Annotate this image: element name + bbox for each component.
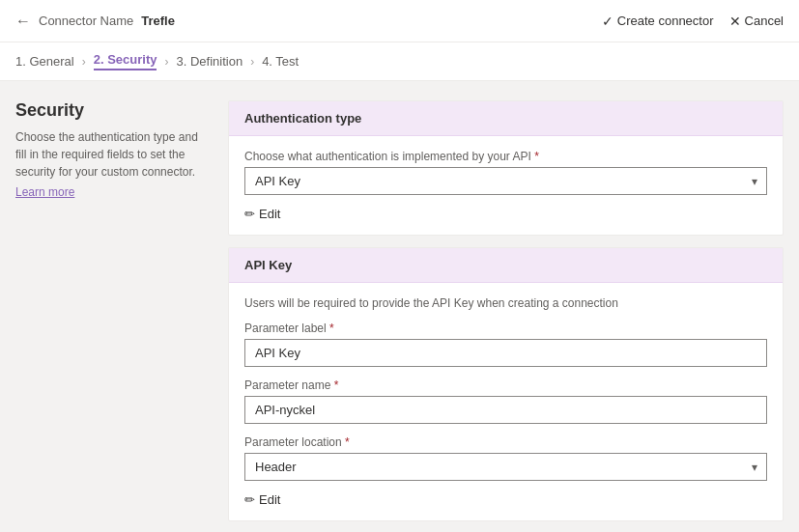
param-name-required: * [334,378,339,392]
back-icon[interactable]: ← [15,13,31,30]
check-icon: ✓ [602,14,614,29]
auth-type-card-header: Authentication type [229,101,783,136]
api-key-edit-link[interactable]: ✏ Edit [244,492,767,507]
breadcrumb-label-general: 1. General [15,54,74,69]
breadcrumb-sep-3: › [250,55,254,69]
breadcrumb-step-definition[interactable]: 3. Definition [176,54,243,69]
auth-type-required: * [534,150,539,163]
connector-label: Connector Name [39,14,133,28]
sidebar: Security Choose the authentication type … [15,100,209,532]
breadcrumb-sep-1: › [82,55,86,69]
param-location-group: Parameter location * Header Query ▾ [244,435,767,481]
auth-type-card: Authentication type Choose what authenti… [228,100,784,236]
cancel-label: Cancel [745,14,784,28]
api-key-edit-icon: ✏ [244,492,255,507]
param-label-input[interactable] [244,339,767,367]
param-label-required: * [329,322,334,335]
create-connector-button[interactable]: ✓ Create connector [602,14,714,29]
param-name-input[interactable] [244,396,767,424]
breadcrumb-step-test[interactable]: 4. Test [262,54,299,69]
top-actions: ✓ Create connector ✕ Cancel [602,14,784,29]
breadcrumb-label-definition: 3. Definition [176,54,243,69]
param-location-label: Parameter location * [244,435,767,449]
auth-type-select[interactable]: API Key [244,167,767,195]
auth-type-field-label: Choose what authentication is implemente… [244,150,767,163]
param-name-group: Parameter name * [244,378,767,424]
auth-type-edit-link[interactable]: ✏ Edit [244,207,767,221]
sidebar-description: Choose the authentication type and fill … [15,128,209,181]
connector-name: Trefle [141,14,175,28]
breadcrumb-step-security[interactable]: 2. Security [94,52,157,70]
param-location-select[interactable]: Header Query [244,453,767,481]
param-location-select-wrapper: Header Query ▾ [244,453,767,481]
create-connector-label: Create connector [617,14,714,28]
cancel-button[interactable]: ✕ Cancel [729,14,784,29]
param-location-required: * [345,435,350,449]
auth-type-edit-icon: ✏ [244,207,255,221]
auth-type-card-body: Choose what authentication is implemente… [229,136,783,235]
breadcrumb-step-general[interactable]: 1. General [15,54,74,69]
breadcrumb-sep-2: › [164,55,168,69]
api-key-edit-label: Edit [259,492,280,507]
sidebar-title: Security [15,100,209,121]
api-key-card: API Key Users will be required to provid… [228,247,784,521]
x-icon: ✕ [729,14,741,29]
top-bar: ← Connector Name Trefle ✓ Create connect… [0,0,799,42]
breadcrumb-label-test: 4. Test [262,54,299,69]
api-key-info-text: Users will be required to provide the AP… [244,296,767,310]
param-name-label: Parameter name * [244,378,767,392]
api-key-card-body: Users will be required to provide the AP… [229,283,783,520]
param-label-label: Parameter label * [244,322,767,335]
right-panel: Authentication type Choose what authenti… [228,100,784,532]
auth-type-select-wrapper: API Key ▾ [244,167,767,195]
main-content: Security Choose the authentication type … [0,81,799,532]
api-key-card-header: API Key [229,248,783,283]
param-label-group: Parameter label * [244,322,767,367]
breadcrumb-label-security: 2. Security [94,52,157,67]
auth-type-edit-label: Edit [259,207,280,221]
breadcrumb-nav: 1. General › 2. Security › 3. Definition… [0,42,799,81]
learn-more-link[interactable]: Learn more [15,185,74,199]
